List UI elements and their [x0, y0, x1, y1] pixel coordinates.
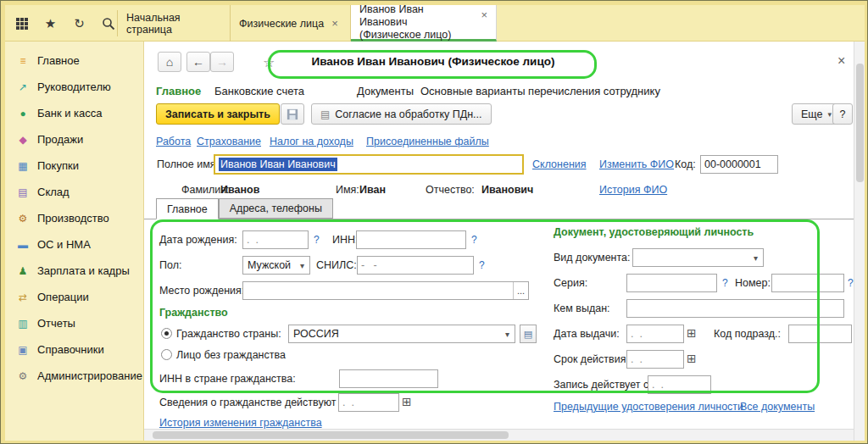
app-menu-grid-icon[interactable] — [10, 12, 33, 35]
sidebar-item-label: Операции — [37, 291, 89, 303]
nav-documents[interactable]: Документы — [357, 85, 414, 97]
sidebar-item-reports[interactable]: ▥Отчеты — [5, 310, 143, 336]
favorites-star-icon[interactable]: ★ — [39, 12, 62, 35]
sidebar-item-label: Главное — [37, 54, 80, 67]
nav-main[interactable]: Главное — [156, 85, 201, 97]
inn-input[interactable] — [356, 230, 466, 249]
pdn-consent-button[interactable]: ▤ Согласие на обработку ПДн... — [311, 103, 492, 125]
save-close-button[interactable]: Записать и закрыть — [156, 103, 280, 125]
nav-bank-accounts[interactable]: Банковские счета — [214, 85, 304, 97]
link-income-tax[interactable]: Налог на доходы — [270, 136, 353, 147]
sidebar-item-manager[interactable]: ↗Руководителю — [5, 74, 143, 100]
nav-transfer-options[interactable]: Основные варианты перечисления сотрудник… — [420, 85, 660, 97]
doc-type-select[interactable]: ▾ — [632, 248, 764, 267]
tab-label-line2: (Физическое лицо) — [359, 29, 473, 42]
chevron-down-icon: ▾ — [295, 261, 309, 270]
link-insurance[interactable]: Страхование — [197, 136, 261, 147]
link-attachments[interactable]: Присоединенные файлы — [366, 136, 489, 147]
link-declension[interactable]: Склонения — [532, 158, 587, 170]
chevron-down-icon: ▾ — [500, 330, 515, 339]
open-country-button[interactable]: ▤ — [520, 325, 537, 343]
birth-date-help-icon[interactable]: ? — [314, 234, 320, 246]
citizenship-country-select[interactable]: РОССИЯ ▾ — [288, 325, 515, 343]
person-card-form: ⌂ ← → ☆ Иванов Иван Иванович (Физическое… — [144, 42, 865, 441]
citizenship-from-input[interactable] — [338, 393, 399, 412]
calendar-icon[interactable]: ⊞ — [687, 352, 697, 364]
horizontal-scrollbar[interactable] — [144, 429, 854, 441]
back-button[interactable]: ← — [186, 52, 210, 72]
sidebar-item-main[interactable]: ≡Главное — [5, 47, 143, 74]
close-icon[interactable]: × — [481, 8, 487, 21]
sidebar-item-label: Руководителю — [37, 80, 111, 93]
stateless-radio[interactable] — [161, 349, 172, 360]
save-button[interactable] — [281, 103, 304, 125]
full-name-input[interactable]: Иванов Иван Иванович — [214, 154, 524, 175]
citizenship-country-radio[interactable] — [161, 328, 172, 339]
favorite-star-icon[interactable]: ☆ — [263, 54, 275, 70]
code-input[interactable] — [700, 155, 778, 174]
sidebar-item-warehouse[interactable]: ▤Склад — [5, 179, 143, 205]
link-fio-history[interactable]: История ФИО — [599, 184, 667, 196]
purchases-icon: ▦ — [16, 160, 30, 172]
vertical-scrollbar[interactable] — [854, 42, 865, 441]
tab-ivanov-person[interactable]: Иванов Иван Иванович (Физическое лицо) × — [351, 5, 497, 42]
search-icon[interactable] — [97, 12, 120, 35]
name-value: Иван — [359, 184, 386, 196]
birthplace-input[interactable] — [242, 281, 529, 300]
issue-date-input[interactable] — [626, 325, 684, 343]
sidebar-item-production[interactable]: ⚙Производство — [5, 205, 143, 231]
valid-until-input[interactable] — [626, 350, 684, 369]
link-work[interactable]: Работа — [156, 136, 191, 147]
horizontal-scrollbar-thumb[interactable] — [153, 431, 509, 439]
form-tabstrip: Главное Адреса, телефоны — [156, 198, 333, 219]
gender-label: Пол: — [159, 259, 181, 271]
tab-general[interactable]: Главное — [156, 198, 219, 219]
home-icon: ⌂ — [166, 55, 173, 69]
tab-start-page[interactable]: Начальная страница — [118, 5, 231, 42]
issued-by-label: Кем выдан: — [554, 302, 610, 314]
link-citizenship-history[interactable]: История изменения гражданства — [159, 417, 322, 429]
sidebar-item-administration[interactable]: ⚙Администрирование — [5, 363, 143, 389]
number-input[interactable] — [771, 274, 844, 292]
vertical-scrollbar-thumb[interactable] — [856, 64, 864, 182]
sidebar-item-directories[interactable]: ▣Справочники — [5, 336, 143, 363]
help-button[interactable]: ? — [832, 103, 853, 125]
issued-by-input[interactable] — [626, 299, 844, 318]
history-icon[interactable]: ↻ — [68, 12, 91, 35]
close-icon[interactable]: × — [331, 17, 338, 30]
tab-addresses-phones[interactable]: Адреса, телефоны — [219, 198, 333, 219]
birthplace-more-button[interactable]: ... — [513, 282, 528, 299]
sidebar-item-fixed-assets[interactable]: ▬ОС и НМА — [5, 231, 143, 258]
code-label: Код: — [675, 158, 696, 170]
snils-input[interactable] — [357, 256, 474, 275]
birthplace-label: Место рождения: — [159, 285, 244, 297]
sidebar-item-label: Банк и касса — [37, 107, 103, 119]
sidebar-item-bank-cash[interactable]: ●Банк и касса — [5, 100, 143, 126]
foreign-inn-label: ИНН в стране гражданства: — [159, 373, 296, 385]
sidebar-item-payroll-hr[interactable]: ♟Зарплата и кадры — [5, 258, 143, 284]
sidebar-item-purchases[interactable]: ▦Покупки — [5, 153, 143, 179]
sidebar-item-sales[interactable]: ◆Продажи — [5, 126, 143, 153]
series-input[interactable] — [626, 274, 717, 292]
snils-help-icon[interactable]: ? — [479, 259, 485, 271]
dept-code-input[interactable] — [788, 325, 852, 343]
link-previous-id-documents[interactable]: Предыдущие удостоверения личности — [554, 401, 743, 413]
calendar-icon[interactable]: ⊞ — [687, 327, 697, 339]
record-from-input[interactable] — [648, 375, 711, 394]
birth-date-input[interactable] — [242, 230, 309, 249]
tab-individuals[interactable]: Физические лица × — [231, 5, 351, 42]
forward-button[interactable]: → — [210, 52, 234, 72]
number-help-icon[interactable]: ? — [848, 277, 854, 289]
inn-label: ИНН: — [332, 234, 359, 246]
link-change-fio[interactable]: Изменить ФИО — [599, 158, 674, 170]
link-all-documents[interactable]: Все документы — [740, 401, 815, 413]
sidebar-item-operations[interactable]: ⇄Операции — [5, 284, 143, 310]
close-form-icon[interactable]: × — [837, 53, 845, 69]
series-help-icon[interactable]: ? — [722, 277, 728, 289]
gender-select[interactable]: Мужской ▾ — [242, 256, 310, 275]
inn-help-icon[interactable]: ? — [471, 234, 477, 246]
calendar-icon[interactable]: ⊞ — [402, 396, 412, 408]
issue-date-label: Дата выдачи: — [554, 328, 620, 340]
home-button[interactable]: ⌂ — [158, 52, 181, 72]
foreign-inn-input[interactable] — [339, 369, 438, 388]
